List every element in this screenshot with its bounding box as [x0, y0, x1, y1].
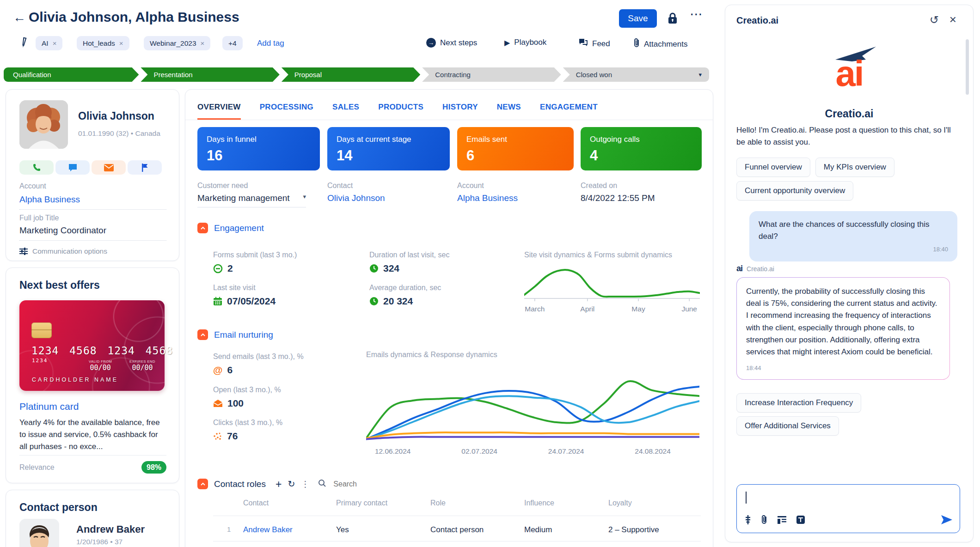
action-offer-services[interactable]: Offer Additional Services — [736, 416, 839, 436]
suggestion-row: Current opportunity overview — [736, 181, 853, 201]
forms-submit-value: 2 — [213, 263, 233, 274]
funnel-stage-label: Closed won — [576, 71, 612, 79]
attach-file-icon[interactable] — [761, 515, 767, 526]
send-message-icon[interactable] — [941, 515, 952, 526]
metric-value: 6 — [466, 147, 564, 164]
lock-icon[interactable] — [668, 12, 678, 27]
tag-chip[interactable]: AI× — [36, 36, 62, 50]
ai-message-sender: ai Creatio.ai — [736, 264, 774, 274]
user-message-bubble: What are the chances of successfully clo… — [749, 211, 957, 261]
save-button[interactable]: Save — [619, 9, 657, 28]
suggestion-funnel-overview[interactable]: Funnel overview — [736, 158, 810, 177]
expires-value: 00/00 — [129, 364, 155, 372]
communication-options[interactable]: Communication options — [19, 247, 107, 255]
column-header-influence[interactable]: Influence — [524, 499, 608, 507]
collapse-icon[interactable] — [197, 329, 208, 340]
account-link[interactable]: Alpha Business — [19, 194, 80, 205]
stat-number: 20 324 — [383, 296, 413, 307]
funnel-stage-qualification[interactable]: Qualification — [4, 67, 139, 82]
prompt-library-icon[interactable] — [745, 515, 751, 526]
tab-sales[interactable]: SALES — [332, 97, 359, 120]
tab-engagement[interactable]: ENGAGEMENT — [540, 97, 598, 120]
send-emails-value: @ 6 — [213, 365, 233, 376]
email-button[interactable] — [92, 160, 126, 175]
sliders-icon — [19, 248, 28, 255]
funnel-stage-contracting[interactable]: Contracting — [422, 67, 561, 82]
tag-remove-icon[interactable]: × — [201, 39, 205, 47]
card-number: 1234 4568 1234 4568 — [31, 345, 173, 357]
tag-chip[interactable]: Webinar_2023× — [144, 36, 210, 50]
contact-roles-section-header[interactable]: Contact roles + ↻ ⋮ — [197, 479, 385, 489]
table-row[interactable]: 1 Andrew Baker Yes Contact person Medium… — [227, 525, 701, 535]
tag-remove-icon[interactable]: × — [53, 39, 57, 47]
contact-avatar — [19, 100, 68, 149]
tag-chip[interactable]: Hot_leads× — [77, 36, 129, 50]
next-best-offers-card: Next best offers 1234 4568 1234 4568 123… — [6, 267, 179, 483]
engagement-section-header[interactable]: Engagement — [197, 223, 264, 233]
funnel-stage-proposal[interactable]: Proposal — [282, 67, 420, 82]
search-input[interactable] — [332, 480, 385, 489]
communication-options-label: Communication options — [32, 247, 107, 255]
more-tags-chip[interactable]: +4 — [222, 36, 243, 50]
chevron-down-icon[interactable]: ▾ — [303, 193, 306, 200]
add-tag-link[interactable]: Add tag — [257, 39, 284, 48]
metric-outgoing-calls: Outgoing calls 4 — [581, 127, 702, 170]
insert-template-icon[interactable] — [778, 516, 786, 526]
row-contact-link[interactable]: Andrew Baker — [243, 525, 336, 535]
tab-overview[interactable]: OVERVIEW — [197, 97, 241, 120]
customer-need-select[interactable]: Marketing management ▾ — [197, 193, 306, 207]
back-button[interactable]: ← — [13, 10, 26, 25]
text-format-icon[interactable] — [796, 516, 805, 526]
add-row-button[interactable]: + — [276, 480, 282, 489]
tag-remove-icon[interactable]: × — [119, 39, 123, 47]
tab-products[interactable]: PRODUCTS — [378, 97, 423, 120]
more-options-button[interactable]: ⋯ — [690, 6, 704, 22]
profile-card: Olivia Johnson 01.01.1990 (32) • Canada … — [6, 89, 179, 261]
account-field-link[interactable]: Alpha Business — [457, 193, 518, 203]
chevron-down-icon[interactable]: ▾ — [699, 71, 702, 78]
funnel-stage-presentation[interactable]: Presentation — [141, 67, 279, 82]
collapse-icon[interactable] — [197, 479, 208, 489]
next-steps-button[interactable]: → Next steps — [426, 38, 477, 48]
flag-button[interactable] — [128, 160, 162, 175]
funnel-stage-closed-won[interactable]: Closed won ▾ — [563, 67, 709, 82]
avg-duration-value: 20 324 — [369, 296, 413, 307]
engagement-section-title: Engagement — [214, 223, 264, 233]
search-icon[interactable] — [318, 479, 326, 489]
call-button[interactable] — [19, 160, 54, 175]
close-icon[interactable]: × — [949, 12, 956, 27]
last-site-visit-label: Last site visit — [213, 284, 256, 292]
tab-history[interactable]: HISTORY — [442, 97, 478, 120]
tab-processing[interactable]: PROCESSING — [260, 97, 313, 120]
suggestion-kpis-overview[interactable]: My KPIs overview — [815, 158, 894, 177]
open-rate-value: 100 — [213, 398, 244, 409]
feed-button[interactable]: Feed — [578, 38, 610, 49]
ai-panel-title: Creatio.ai — [736, 15, 778, 26]
attachments-button[interactable]: Attachments — [633, 38, 688, 50]
offer-name-link[interactable]: Platinum card — [19, 401, 79, 412]
chat-button[interactable] — [55, 160, 90, 175]
column-header-role[interactable]: Role — [430, 499, 524, 507]
reset-chat-icon[interactable]: ↺ — [930, 13, 939, 26]
contact-person-name: Andrew Baker — [76, 523, 145, 535]
sales-funnel: Qualification Presentation Proposal Cont… — [4, 67, 709, 82]
refresh-icon[interactable]: ↻ — [288, 479, 295, 489]
email-nurturing-section-header[interactable]: Email nurturing — [197, 329, 273, 340]
at-icon: @ — [213, 365, 222, 376]
tab-news[interactable]: NEWS — [497, 97, 521, 120]
column-header-primary[interactable]: Primary contact — [336, 499, 430, 507]
ai-message-bubble: Currently, the probability of successful… — [736, 277, 950, 380]
column-header-contact[interactable]: Contact — [243, 499, 336, 507]
job-title-value: Marketing Coordinator — [19, 225, 106, 236]
chat-message-input[interactable] — [736, 484, 960, 533]
kebab-menu-icon[interactable]: ⋮ — [301, 479, 309, 489]
contact-field-link[interactable]: Olivia Johnson — [327, 193, 385, 203]
playbook-button[interactable]: ▶ Playbook — [504, 38, 546, 47]
action-increase-frequency[interactable]: Increase Interaction Frequency — [736, 393, 861, 413]
contact-person-avatar — [19, 519, 59, 547]
column-header-loyalty[interactable]: Loyalty — [608, 499, 701, 507]
collapse-icon[interactable] — [197, 223, 208, 233]
customer-need-label: Customer need — [197, 182, 248, 190]
input-toolbar — [745, 515, 805, 526]
suggestion-opportunity-overview[interactable]: Current opportunity overview — [736, 181, 853, 201]
